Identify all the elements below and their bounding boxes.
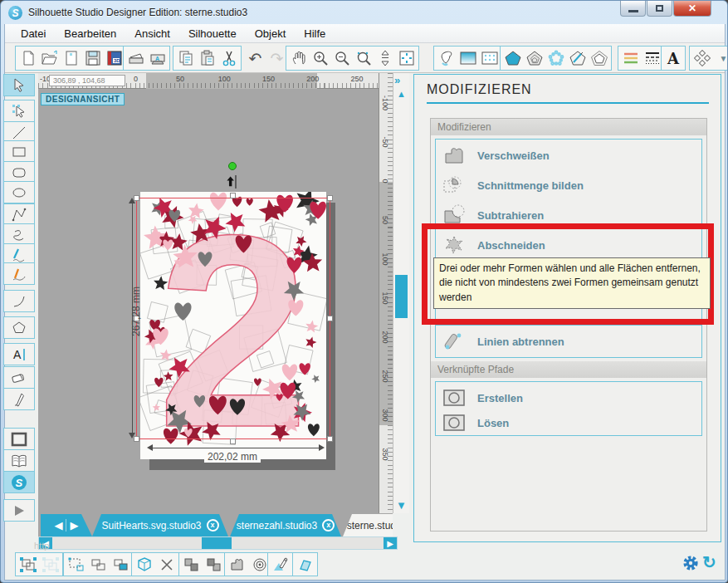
tool-draw-regular-polygon[interactable] (3, 316, 35, 339)
marquee-select-icon[interactable] (66, 554, 86, 576)
ungroup-icon[interactable] (40, 554, 61, 576)
intersect-button[interactable]: Schnittmenge bilden (441, 172, 584, 198)
redo-icon[interactable]: ↷ (266, 47, 287, 69)
tab-sterne[interactable]: sterne.studio (343, 514, 393, 536)
selection-handle[interactable] (327, 316, 333, 321)
vertical-scrollbar[interactable]: » ▲ ▼ (393, 73, 409, 513)
vertical-scroll-thumb[interactable] (395, 275, 408, 318)
tool-page-setup[interactable] (3, 428, 35, 450)
weld-button[interactable]: Verschweißen (441, 142, 550, 169)
tab-sternezahl[interactable]: sternezahl.studio3 x (230, 514, 341, 536)
delete-x-icon[interactable] (156, 554, 177, 576)
send-to-silhouette-icon[interactable]: A (147, 47, 168, 69)
menu-silhouette[interactable]: Silhouette (179, 26, 246, 42)
fit-to-page-icon[interactable] (396, 47, 417, 69)
tool-draw-rectangle[interactable] (3, 140, 35, 163)
shape-sketch-icon[interactable] (567, 47, 588, 69)
scroll-up-button[interactable]: ▲ (395, 89, 408, 99)
copy-icon[interactable] (175, 47, 196, 69)
menu-objekt[interactable]: Objekt (246, 26, 296, 42)
tab-suithearts[interactable]: SuitHearts.svg.studio3 x (92, 514, 228, 536)
fill-pattern-icon[interactable] (479, 47, 500, 69)
rotation-handle[interactable] (228, 162, 237, 170)
text-style-icon[interactable]: A (663, 47, 683, 69)
fill-tool-icon[interactable] (270, 554, 291, 576)
two-rects-outline-icon[interactable] (88, 554, 109, 576)
sync-icon[interactable]: ↻ (702, 552, 716, 572)
panel-expand-button[interactable]: » (394, 74, 398, 86)
scroll-right-button[interactable]: ▶ (384, 537, 397, 549)
weld-shapes-icon[interactable] (227, 554, 247, 576)
tab-close-icon[interactable]: x (207, 519, 219, 532)
tool-draw-rounded-rectangle[interactable] (3, 161, 35, 184)
tab-close-icon[interactable]: x (322, 519, 335, 532)
tab-scroll-right-icon[interactable]: ▶ (68, 519, 81, 532)
shape-shadow-icon[interactable] (524, 47, 545, 69)
title-bar[interactable]: S Silhouette Studio Designer Edition: st… (1, 1, 728, 24)
fill-gradient-icon[interactable] (457, 47, 478, 69)
pan-icon[interactable] (288, 47, 309, 69)
horizontal-scroll-thumb[interactable] (202, 537, 232, 549)
compound-release-button[interactable]: Lösen (441, 409, 509, 436)
tool-send[interactable] (3, 499, 35, 522)
tool-draw-ellipse[interactable] (3, 181, 35, 203)
new-document-icon[interactable] (17, 47, 38, 69)
group-icon[interactable] (17, 554, 38, 576)
undo-icon[interactable]: ↶ (245, 47, 266, 69)
zoom-drag-icon[interactable] (374, 47, 395, 69)
tool-knife[interactable] (3, 388, 35, 410)
menu-bearbeiten[interactable]: Bearbeiten (55, 26, 125, 42)
cut-icon[interactable] (218, 47, 239, 69)
zoom-out-icon[interactable] (331, 47, 352, 69)
send-backward-icon[interactable] (203, 554, 224, 576)
tool-library[interactable] (3, 449, 35, 472)
zoom-selection-icon[interactable] (353, 47, 374, 69)
save-icon[interactable] (82, 47, 103, 69)
selection-handle[interactable] (327, 195, 333, 201)
tool-edit-points[interactable] (3, 100, 35, 122)
tool-store[interactable]: S (3, 471, 35, 493)
tool-eraser[interactable] (3, 366, 35, 389)
two-rects-filled-icon[interactable] (110, 554, 131, 576)
selection-handle[interactable] (230, 438, 236, 444)
open-icon[interactable] (39, 47, 60, 69)
menu-datei[interactable]: Datei (12, 26, 55, 42)
gear-icon[interactable] (682, 554, 700, 576)
shape-fill-icon[interactable] (502, 47, 523, 69)
arrange-icon[interactable] (691, 47, 712, 69)
mirror-icon[interactable] (295, 554, 315, 576)
restore-button[interactable] (647, 1, 672, 17)
shape-rhinestone-icon[interactable] (545, 47, 566, 69)
open-library-icon[interactable] (61, 47, 81, 69)
tool-draw-smooth-freehand[interactable] (3, 262, 35, 285)
minimize-button[interactable] (620, 1, 646, 17)
canvas-area[interactable]: -100-50050100150200250 306,89 , 104,68 D… (38, 73, 379, 513)
compound-create-button[interactable]: Erstellen (441, 385, 523, 411)
line-color-icon[interactable] (620, 47, 641, 69)
tool-select[interactable] (3, 74, 35, 96)
tab-overflow-button[interactable]: ▼ (395, 499, 408, 512)
save-to-library-icon[interactable]: 3D (104, 47, 125, 69)
line-style-icon[interactable] (642, 47, 662, 69)
cube-icon[interactable] (134, 554, 154, 576)
tab-scroll-left-icon[interactable]: ◀ (52, 519, 66, 532)
menu-hilfe[interactable]: Hilfe (295, 26, 335, 42)
selection-handle[interactable] (327, 436, 333, 442)
paste-icon[interactable] (197, 47, 217, 69)
selection-handle[interactable] (230, 193, 236, 198)
shape-offset-icon[interactable] (589, 47, 609, 69)
zoom-in-icon[interactable] (310, 47, 330, 69)
arrange-dropdown-icon[interactable]: ▼ (713, 47, 728, 69)
detach-lines-button[interactable]: Linien abtrennen (441, 328, 564, 355)
bring-forward-icon[interactable] (181, 554, 202, 576)
tool-draw-curve[interactable] (3, 223, 35, 246)
document-page[interactable]: 2 (140, 192, 326, 459)
tool-draw-arc[interactable] (3, 290, 35, 312)
horizontal-scrollbar[interactable]: ◀ ▶ (38, 536, 398, 550)
close-button[interactable]: ✕ (673, 1, 711, 17)
fill-color-icon[interactable] (436, 47, 457, 69)
print-icon[interactable] (125, 47, 146, 69)
design-view-badge[interactable]: DESIGNANSICHT (41, 93, 125, 105)
tool-draw-polygon[interactable] (3, 203, 35, 226)
menu-ansicht[interactable]: Ansicht (125, 26, 179, 42)
